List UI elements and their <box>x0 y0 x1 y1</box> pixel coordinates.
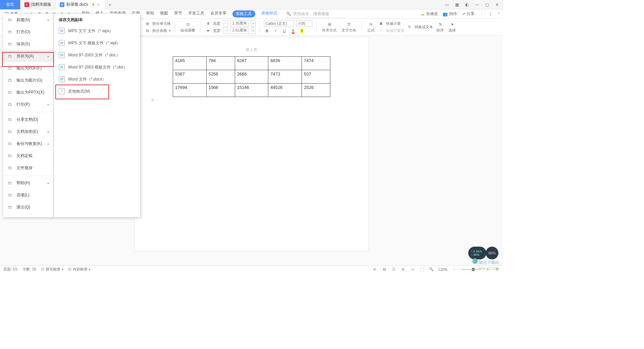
outline-view-icon[interactable]: ☰ <box>391 267 396 272</box>
zoom-tool-icon[interactable]: 🔍 <box>429 267 434 272</box>
file-menu-item[interactable]: 🗀文档定稿 <box>3 150 53 162</box>
file-menu-item[interactable]: 🗀新建(N)▸ <box>3 14 53 26</box>
cell[interactable]: 537 <box>302 70 330 84</box>
cell[interactable]: 17894 <box>173 84 207 97</box>
height-decrease[interactable]: − <box>223 20 228 27</box>
header-repeat-button[interactable]: ⊤标题行重复 <box>378 28 405 34</box>
cell[interactable]: 1566 <box>206 84 235 97</box>
file-menu-item[interactable]: 🗀文档加密(E)▸ <box>3 126 53 138</box>
file-menu-item[interactable]: 🗀另存为(A)▸ <box>3 50 53 62</box>
percent-widget[interactable]: 68% <box>486 247 498 259</box>
menu-table-tools[interactable]: 表格工具 <box>232 10 255 17</box>
cell[interactable]: 5367 <box>173 70 207 84</box>
menu-devtools[interactable]: 开发工具 <box>188 10 204 17</box>
view-mode-icon[interactable]: 👁 <box>372 267 378 272</box>
underline-button[interactable]: U <box>281 28 287 34</box>
submenu-item[interactable]: WWord 97-2003 模板文件（*.dot） <box>54 61 140 73</box>
sort-button[interactable]: ⇅排序 <box>435 19 445 35</box>
split-cell-button[interactable]: ⊞拆分单元格 <box>144 20 171 27</box>
to-text-button[interactable]: ↻转换成文本 <box>407 24 433 30</box>
text-direction-button[interactable]: 文文字方向 <box>340 19 358 35</box>
menu-section[interactable]: 章节 <box>174 10 182 17</box>
cell[interactable]: 4165 <box>173 57 207 70</box>
cell[interactable]: 2526 <box>302 84 330 97</box>
tab-home[interactable]: 首页 <box>0 0 20 9</box>
font-size-select[interactable]: 小四 <box>296 20 312 27</box>
submenu-item[interactable]: ?其他格式(M) <box>54 85 140 97</box>
auto-adjust-button[interactable]: ⊡ 自动调整 <box>179 19 197 35</box>
reading-view-icon[interactable]: ▭ <box>410 267 415 272</box>
italic-button[interactable]: I <box>273 28 279 34</box>
data-table[interactable]: 4165784628768367474 5367525626667473537 … <box>173 56 330 97</box>
file-menu-item[interactable]: 🗀分享文档(D) <box>3 113 53 126</box>
tab-template[interactable]: D 找稻壳模板 <box>20 0 56 9</box>
file-menu-item[interactable]: 🗀选项(L) <box>3 189 53 201</box>
height-increase[interactable]: + <box>251 20 256 27</box>
font-color-button[interactable]: A <box>290 28 296 34</box>
file-menu-item[interactable]: 🗀打印(P)▸ <box>3 98 53 110</box>
menu-review[interactable]: 审阅 <box>146 10 154 17</box>
file-menu-item[interactable]: 🗀输出为PPTX(X) <box>3 86 53 98</box>
height-input[interactable]: 1.35厘米 <box>230 20 249 27</box>
file-menu-item[interactable]: 🗀退出(Q) <box>3 201 53 213</box>
collab-button[interactable]: 👥协作 <box>443 11 457 17</box>
cell[interactable]: 15146 <box>235 84 268 97</box>
status-content-check[interactable]: ☑内容检查▾ <box>68 267 91 272</box>
tab-document[interactable]: W 盼望着.docx × <box>56 0 105 9</box>
minimize-icon[interactable]: — <box>474 2 480 7</box>
status-spellcheck[interactable]: ☑拼写检查▾ <box>41 267 63 272</box>
user-icon[interactable]: ◐ <box>464 2 470 7</box>
menu-view[interactable]: 视图 <box>160 10 168 17</box>
chevron-up-icon[interactable]: ⌃ <box>497 12 500 16</box>
web-view-icon[interactable]: ⊕ <box>400 267 406 272</box>
cell[interactable]: 784 <box>206 57 235 70</box>
file-menu-item[interactable]: 🗀帮助(H)▸ <box>3 177 53 189</box>
submenu-item[interactable]: WWPS 文字 文件（*.wps） <box>54 25 140 37</box>
submenu-item[interactable]: WWord 文件（*.docx） <box>54 73 140 85</box>
submenu-item[interactable]: WWord 97-2003 文件（*.doc） <box>54 49 140 61</box>
zoom-slider[interactable] <box>461 269 481 270</box>
file-menu-item[interactable]: 🗀输出为图片(G) <box>3 74 53 86</box>
width-decrease[interactable]: − <box>223 28 228 34</box>
split-table-button[interactable]: ⊟拆分表格▾ <box>144 28 171 34</box>
more-icon[interactable]: ⋮ <box>488 12 492 16</box>
bold-button[interactable]: B <box>264 28 270 34</box>
cell[interactable]: 6836 <box>268 57 302 70</box>
maximize-icon[interactable]: ▢ <box>484 2 490 7</box>
file-menu-item[interactable]: 🗀打开(O) <box>3 26 53 38</box>
select-button[interactable]: ➤选择 <box>447 19 457 35</box>
formula-button[interactable]: fx公式 <box>366 19 376 35</box>
quick-calc-button[interactable]: 🖩快速计算 <box>378 20 405 27</box>
cell[interactable]: 44526 <box>268 84 302 97</box>
zoom-level[interactable]: 110% <box>438 267 447 271</box>
highlight-button[interactable]: A <box>299 28 305 34</box>
grid-icon[interactable]: ▦ <box>454 2 460 7</box>
menu-member[interactable]: 会员专享 <box>210 10 226 17</box>
cell[interactable]: 2666 <box>235 70 268 84</box>
network-speed-widget[interactable]: ↑ 0.1K/s ↓ 0K/s <box>468 247 486 259</box>
status-words[interactable]: 字数: 15 <box>22 267 36 272</box>
close-window-icon[interactable]: ✕ <box>494 2 500 7</box>
file-menu-item[interactable]: 🗀文件瘦身 <box>3 162 53 174</box>
close-icon[interactable]: × <box>96 2 101 7</box>
page-view-icon[interactable]: ▤ <box>382 267 387 272</box>
search-input[interactable]: 🔍 查找命令、搜索模板 <box>285 10 345 18</box>
align-button[interactable]: ⊞对齐方式 <box>321 19 338 35</box>
zoom-out-icon[interactable]: − <box>451 267 457 272</box>
cell[interactable]: 7474 <box>302 57 330 70</box>
file-menu-item[interactable]: 🗀输出为PDF(F) <box>3 62 53 74</box>
cloud-changes[interactable]: ☁有修改 <box>421 11 438 17</box>
new-tab-button[interactable]: + <box>105 2 115 7</box>
cell[interactable]: 6287 <box>235 57 268 70</box>
status-page[interactable]: 页面: 1/1 <box>3 267 18 272</box>
fit-width-icon[interactable]: ⛶ <box>419 267 425 272</box>
file-menu-item[interactable]: 🗀备份与恢复(K)▸ <box>3 138 53 150</box>
submenu-item[interactable]: WWPS 文字 模板文件（*.wpt） <box>54 37 140 49</box>
layout-icon[interactable]: ▭ <box>444 2 449 7</box>
cell[interactable]: 7473 <box>268 70 302 84</box>
font-name-select[interactable]: Calibri (正文) <box>264 20 294 27</box>
cell[interactable]: 5256 <box>206 70 235 84</box>
menu-table-style[interactable]: 表格样式 <box>261 10 277 17</box>
width-increase[interactable]: + <box>251 28 256 34</box>
file-menu-item[interactable]: 🗀保存(S) <box>3 38 53 50</box>
